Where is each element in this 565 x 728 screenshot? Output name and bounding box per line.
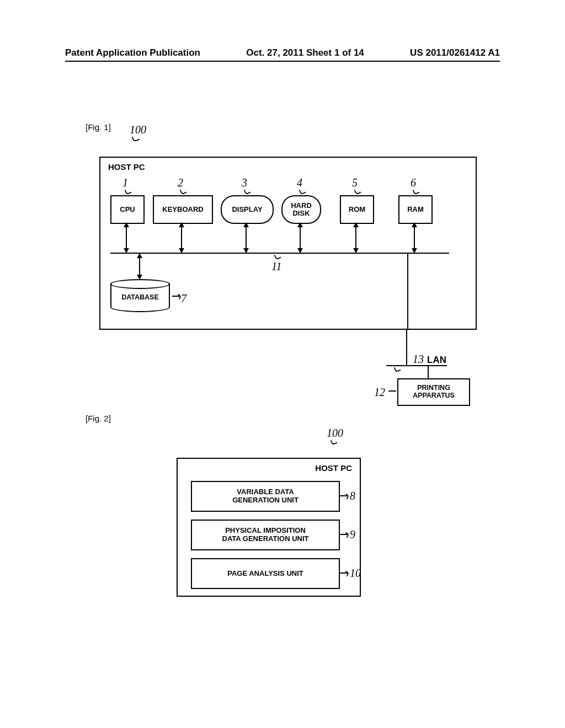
block-database: DATABASE bbox=[110, 279, 170, 312]
leader-2 bbox=[179, 188, 186, 195]
leader-3 bbox=[243, 188, 250, 195]
figure-2: 100 HOST PC VARIABLE DATA GENERATION UNI… bbox=[177, 441, 392, 607]
ref-12: 12 bbox=[374, 386, 385, 399]
header-left: Patent Application Publication bbox=[65, 47, 200, 58]
block-cpu: CPU bbox=[110, 195, 145, 224]
ref-2: 2 bbox=[178, 176, 183, 189]
block-hard-disk: HARD DISK bbox=[281, 195, 321, 224]
block-keyboard: KEYBOARD bbox=[153, 195, 213, 224]
fig2-caption: [Fig. 2] bbox=[86, 414, 111, 423]
block-page-analysis: PAGE ANALYSIS UNIT bbox=[191, 558, 340, 589]
leader-4 bbox=[299, 188, 306, 195]
ref-8: 8 bbox=[350, 490, 355, 502]
ref-9: 9 bbox=[350, 528, 355, 541]
leader-11 bbox=[274, 253, 281, 260]
ref-11: 11 bbox=[271, 260, 282, 273]
page: Patent Application Publication Oct. 27, … bbox=[0, 0, 565, 728]
ref-1: 1 bbox=[122, 176, 128, 189]
block-printing-apparatus: PRINTING APPARATUS bbox=[397, 378, 470, 406]
ref-10: 10 bbox=[350, 567, 361, 580]
leader-9 bbox=[340, 534, 348, 535]
host-pc-label: HOST PC bbox=[108, 162, 145, 172]
ref-6: 6 bbox=[411, 176, 416, 189]
leader-6 bbox=[412, 188, 419, 195]
fig1-caption: [Fig. 1] bbox=[86, 122, 111, 132]
block-display: DISPLAY bbox=[221, 195, 274, 224]
leader-13 bbox=[393, 365, 401, 372]
header-right: US 2011/0261412 A1 bbox=[410, 47, 500, 58]
ref-13: 13 bbox=[413, 353, 424, 365]
host-pc-box-fig2: HOST PC VARIABLE DATA GENERATION UNIT PH… bbox=[177, 458, 361, 597]
block-physical-imposition: PHYSICAL IMPOSITION DATA GENERATION UNIT bbox=[191, 520, 340, 550]
block-variable-data-gen: VARIABLE DATA GENERATION UNIT bbox=[191, 481, 340, 512]
system-bus bbox=[110, 253, 449, 254]
bus-drop-line bbox=[407, 253, 408, 330]
ref-3: 3 bbox=[242, 176, 247, 189]
ref-7: 7 bbox=[181, 292, 186, 305]
ref-4: 4 bbox=[297, 176, 302, 189]
ref-5: 5 bbox=[352, 176, 358, 189]
header-rule bbox=[65, 61, 500, 62]
host-pc-label-fig2: HOST PC bbox=[315, 463, 352, 473]
lan-drop-line bbox=[428, 365, 429, 378]
block-ram: RAM bbox=[398, 195, 433, 224]
leader-5 bbox=[354, 188, 361, 195]
ref-13-lan: 13LAN bbox=[413, 353, 446, 366]
host-pc-box: HOST PC 1 2 3 4 5 6 CPU KEYBOARD DISPLAY… bbox=[99, 157, 477, 330]
header-center: Oct. 27, 2011 Sheet 1 of 14 bbox=[246, 47, 364, 58]
lan-label: LAN bbox=[427, 355, 446, 365]
block-rom: ROM bbox=[340, 195, 374, 224]
lan-line-v bbox=[406, 329, 407, 365]
figure-1: 100 HOST PC 1 2 3 4 5 6 CPU KEYBOARD DIS… bbox=[99, 139, 486, 393]
leader-1 bbox=[124, 188, 131, 195]
leader-12 bbox=[388, 390, 396, 392]
leader-10 bbox=[340, 572, 348, 574]
leader-7 bbox=[172, 296, 180, 297]
database-label: DATABASE bbox=[121, 293, 159, 301]
leader-8 bbox=[340, 495, 348, 496]
page-header: Patent Application Publication Oct. 27, … bbox=[65, 47, 500, 58]
